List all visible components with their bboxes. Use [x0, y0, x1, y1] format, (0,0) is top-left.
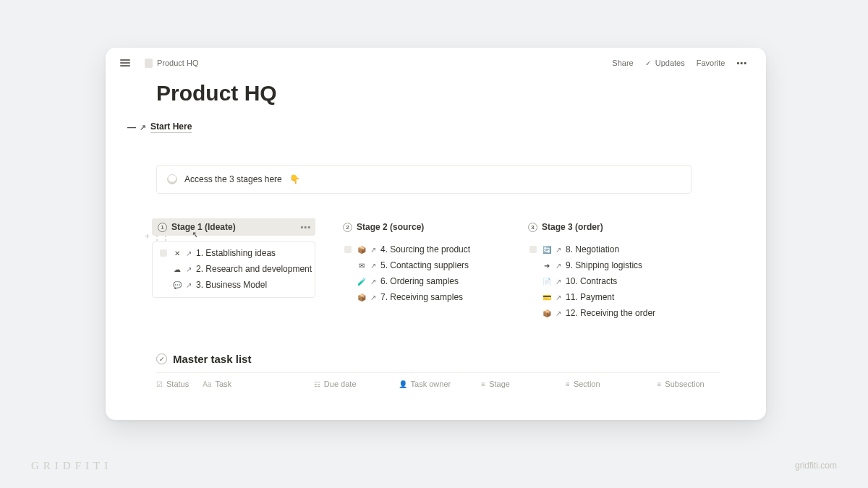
item-emoji-icon: 📦 [357, 294, 366, 301]
page-icon [344, 246, 352, 253]
stage-column-2: 2Stage 2 (source)📦↗4. Sourcing the produ… [337, 218, 501, 321]
stage-item[interactable]: 📦↗12. Receiving the order [522, 305, 686, 321]
stage-item[interactable]: 💬↗3. Business Model [153, 277, 315, 293]
arrow-ne-icon: ↗ [556, 309, 561, 317]
updates-check-icon: ✓ [645, 59, 651, 67]
status-col-icon: ☑ [156, 380, 163, 388]
item-label: 7. Receiving samples [380, 292, 463, 302]
arrow-ne-icon: ↗ [370, 278, 376, 286]
item-label: 4. Sourcing the product [380, 244, 470, 254]
stage-header[interactable]: 1Stage 1 (Ideate)•••↖ [152, 218, 315, 236]
favorite-button[interactable]: Favorite [697, 59, 726, 67]
arrow-ne-icon: ↗ [556, 278, 561, 286]
check-circle-icon [156, 354, 167, 364]
stage-column-1: 1Stage 1 (Ideate)•••↖✕↗1. Establishing i… [152, 218, 315, 321]
start-here-label: Start Here [150, 121, 192, 133]
arrow-ne-icon: ↗ [186, 281, 192, 289]
page-icon [160, 249, 167, 257]
item-label: 6. Ordering samples [380, 276, 459, 286]
item-label: 11. Payment [566, 292, 614, 302]
share-button[interactable]: Share [612, 59, 633, 67]
stage-item[interactable]: ➜↗9. Shipping logistics [522, 257, 686, 273]
person-col-icon: 👤 [399, 380, 407, 388]
col-subsection[interactable]: ≡Subsection [657, 380, 720, 388]
arrow-ne-icon: ↗ [556, 294, 561, 301]
watermark-right: gridfiti.com [795, 461, 837, 471]
stage-item[interactable]: 🧪↗6. Ordering samples [337, 273, 501, 289]
item-label: 8. Negotiation [566, 244, 619, 254]
item-emoji-icon: ➜ [542, 262, 551, 270]
callout-icon [167, 174, 177, 184]
item-label: 2. Research and development [196, 264, 312, 274]
item-emoji-icon: 🔄 [542, 246, 551, 254]
select-col-icon: ≡ [657, 380, 661, 388]
task-col-icon: Aa [203, 380, 211, 388]
more-icon[interactable]: ••• [736, 59, 747, 67]
updates-button[interactable]: Updates [655, 59, 685, 67]
arrow-ne-icon: ↗ [556, 262, 561, 270]
point-down-icon: 👇 [289, 174, 300, 184]
stages-row: 1Stage 1 (Ideate)•••↖✕↗1. Establishing i… [156, 218, 715, 321]
stage-number-badge: 3 [528, 223, 537, 232]
stage-label: Stage 3 (order) [542, 222, 603, 232]
select-col-icon: ≡ [566, 380, 570, 388]
master-title-row[interactable]: Master task list [156, 353, 715, 365]
master-section: Master task list ☑Status AaTask ☷Due dat… [156, 353, 715, 388]
arrow-ne-icon: ↗ [186, 249, 192, 257]
start-here-link[interactable]: — ↗ Start Here [127, 121, 715, 133]
dash-icon: — [127, 122, 135, 132]
stage-item[interactable]: 💳↗11. Payment [522, 289, 686, 305]
callout-block[interactable]: Access the 3 stages here 👇 [156, 165, 692, 194]
table-columns: ☑Status AaTask ☷Due date 👤Task owner ≡St… [156, 372, 720, 388]
item-label: 1. Establishing ideas [196, 248, 276, 258]
master-title: Master task list [173, 353, 251, 365]
add-block-icon[interactable]: + [145, 231, 150, 241]
stage-column-3: 3Stage 3 (order)🔄↗8. Negotiation➜↗9. Shi… [522, 218, 686, 321]
stage-item[interactable]: ☁↗2. Research and development [153, 261, 315, 277]
col-stage[interactable]: ≡Stage [481, 380, 566, 388]
stage-item[interactable]: ✕↗1. Establishing ideas [153, 245, 315, 261]
item-emoji-icon: 💳 [542, 294, 551, 301]
item-emoji-icon: 🧪 [357, 278, 366, 286]
col-owner[interactable]: 👤Task owner [399, 380, 482, 388]
col-due-date[interactable]: ☷Due date [314, 380, 399, 388]
page-body: Product HQ — ↗ Start Here Access the 3 s… [106, 81, 766, 388]
item-label: 3. Business Model [196, 280, 267, 290]
watermark-left: GRIDFITI [31, 460, 112, 472]
stage-item[interactable]: 🔄↗8. Negotiation [522, 241, 686, 257]
stage-label: Stage 2 (source) [357, 222, 424, 232]
item-emoji-icon: ☁ [173, 265, 182, 273]
item-emoji-icon: 💬 [173, 281, 182, 289]
stage-item[interactable]: 📦↗7. Receiving samples [337, 289, 501, 305]
select-col-icon: ≡ [481, 380, 485, 388]
stage-item[interactable]: 📄↗10. Contracts [522, 273, 686, 289]
row-more-icon[interactable]: ••• [300, 223, 311, 231]
page-title: Product HQ [156, 81, 715, 106]
menu-icon[interactable] [120, 59, 130, 67]
stage-header[interactable]: 3Stage 3 (order) [522, 218, 686, 236]
col-status[interactable]: ☑Status [156, 380, 203, 388]
arrow-ne-icon: ↗ [370, 294, 376, 301]
topbar: Product HQ Share ✓ Updates Favorite ••• [106, 48, 766, 78]
arrow-ne-icon: ↗ [370, 246, 376, 254]
item-label: 9. Shipping logistics [566, 260, 642, 270]
stage-number-badge: 2 [343, 223, 352, 232]
item-emoji-icon: 📄 [542, 278, 551, 286]
stage-item[interactable]: ✉↗5. Contacting suppliers [337, 257, 501, 273]
top-actions: Share ✓ Updates Favorite ••• [612, 59, 747, 67]
col-task[interactable]: AaTask [203, 380, 314, 388]
app-window: Product HQ Share ✓ Updates Favorite ••• … [106, 48, 766, 420]
stage-items: 📦↗4. Sourcing the product✉↗5. Contacting… [337, 241, 501, 305]
page-icon [529, 246, 537, 253]
stage-items: ✕↗1. Establishing ideas☁↗2. Research and… [152, 241, 315, 298]
arrow-ne-icon: ↗ [186, 265, 192, 273]
stage-header[interactable]: 2Stage 2 (source) [337, 218, 501, 236]
item-label: 10. Contracts [566, 276, 617, 286]
col-section[interactable]: ≡Section [566, 380, 657, 388]
stage-item[interactable]: 📦↗4. Sourcing the product [337, 241, 501, 257]
stage-items: 🔄↗8. Negotiation➜↗9. Shipping logistics📄… [522, 241, 686, 321]
callout-text: Access the 3 stages here [184, 174, 282, 184]
arrow-ne-icon: ↗ [370, 262, 376, 270]
breadcrumb[interactable]: Product HQ [157, 59, 198, 67]
item-emoji-icon: ✕ [173, 249, 182, 257]
